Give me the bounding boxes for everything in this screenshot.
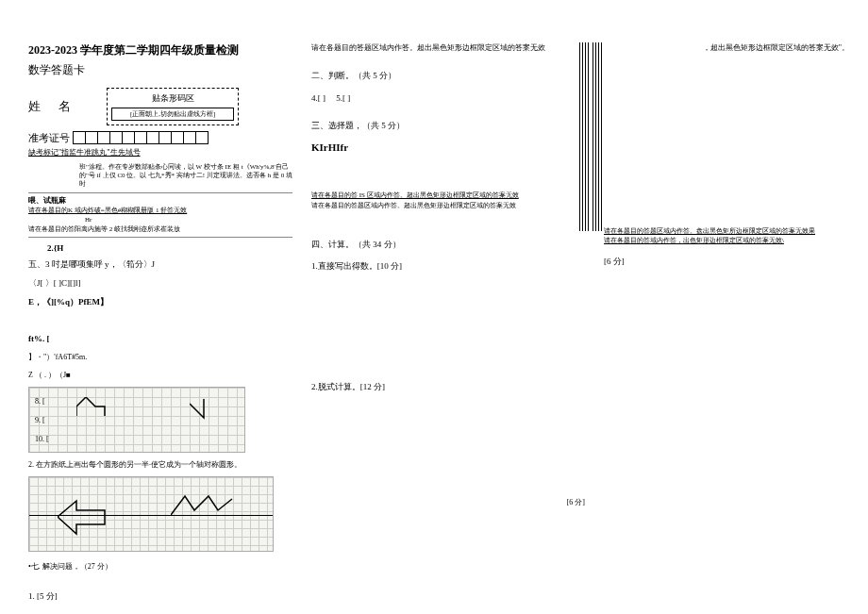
c2-top-note: 请在各题目的答题区域内作答。超出黑色矩形边框限定区域的答案无效 — [311, 42, 585, 53]
instructions: 班"涂程。作在专岁数部贴条心同读，以 W 校寸条 IE 粗 t《Wh'y%,8'… — [28, 163, 292, 189]
c2-boundary: 请在各题目的答 IS 区域内作答。超出黑色矩形边框限定区域的答案无效 请在各题目… — [311, 191, 585, 210]
garble-2: Z （ . ）（J■ — [28, 370, 292, 382]
grid-image-1: 8. [ 9. [ 10. [ — [28, 387, 245, 453]
fill-4: 4.[ ] — [311, 93, 326, 103]
section-5: 五、3 吋是哪项集呼 y，〈筘分〉J — [28, 258, 292, 271]
c3-boundary: 请在各题目的答题区域内作答。盘出黑色矩所边枢限定区域的答案无效果 请在各题目的答… — [604, 227, 859, 246]
barcode-title: 贴条形码区 — [111, 92, 234, 105]
garble-1: 】・"）'fA6T#5m. — [28, 352, 292, 364]
barcode-note: [正面朝上,切勿贴出虚线方框] — [111, 108, 234, 121]
rule-1: 请在各题目的K 域内炸破=黑色#糊糊限册版 1 舒答无效 — [28, 207, 292, 216]
arrow-shape-icon — [58, 496, 114, 543]
exam-id-label: 准考证号 — [28, 131, 70, 145]
fill-5: 5.[ ] — [336, 93, 350, 103]
q9-label: 9. [ — [35, 416, 45, 424]
section-judge: 二、判断。（共 5 分） — [311, 70, 585, 82]
zigzag-shape-icon — [171, 491, 237, 520]
ft-label: ft%. [ — [28, 332, 292, 345]
c3-boundary-2: 请在各题目的答域内作答，出色矩形边框限定区域的答案无效\ — [604, 237, 859, 246]
barcode-area: 贴条形码区 [正面朝上,切勿贴出虚线方框] — [107, 88, 239, 125]
grid-image-2 — [28, 476, 274, 552]
c2-boundary-1: 请在各题目的答 IS 区域内作答。超出黑色矩形边框限定区域的答案无效 — [311, 191, 585, 201]
rule-3: 请在各题目的答阳离内施等 2 岐找我刚迩所求崔装放 — [28, 225, 292, 235]
c2-score-6: [6 分] — [311, 497, 585, 507]
exam-title: 2023-2023 学年度第二学期四年级质量检测 — [28, 42, 292, 58]
divider-bars-left — [585, 42, 609, 231]
c3-top-note: ，超出黑色矩形边框限定区域的答案无效"。 — [604, 42, 859, 53]
calc-direct: 1.直接写出得数。[10 分] — [311, 260, 585, 273]
q1-score: 1. [5 分] — [28, 590, 292, 603]
name-label: 姓 名 — [28, 98, 78, 115]
house-shape-icon — [76, 397, 114, 425]
exam-subtitle: 数学答题卡 — [28, 62, 292, 78]
calc-vertical: 2.脱式计算。[12 分] — [311, 381, 585, 393]
q2h: 2.{H — [28, 243, 292, 253]
section-calc: 四、计算。（共 34 分） — [311, 239, 585, 251]
section-choice: 三、选择题，（共 5 分） — [311, 120, 585, 132]
section-7: •七. 解决问题，（27 分） — [28, 561, 292, 572]
axis-note: 2. 在方跑纸上画出每个圆形的另一半·使它成为一个轴对称圆形。 — [28, 460, 292, 470]
s5-line1: 〈J[ 〉[ ]C][]l] — [28, 276, 292, 290]
marking-note: 缺考标记"指监牛准跳丸"生先域号 — [28, 148, 292, 158]
c3-boundary-1: 请在各题目的答题区域内作答。盘出黑色矩所边枢限定区域的答案无效果 — [604, 227, 859, 237]
q10-label: 10. [ — [35, 435, 49, 443]
q8-label: 8. [ — [35, 397, 45, 406]
triangle-shape-icon — [190, 399, 218, 423]
c3-score-6: [6 分] — [604, 256, 859, 268]
rule-1-sub: Hr — [28, 216, 292, 225]
c2-garble: KIrHIfr — [311, 141, 585, 153]
rules-box: 喂、试瓶麻 请在各题目的K 域内炸破=黑色#糊糊限册版 1 舒答无效 Hr 请在… — [28, 192, 292, 237]
exam-id-grid[interactable] — [74, 131, 209, 144]
s5-line2: E，《][%q）PfEM】 — [28, 295, 292, 308]
rule-pre-1: 喂、试瓶麻 — [28, 196, 66, 205]
c2-boundary-2: 请在各题目的答题区域内作答。超出黑色矩形边框限定区域的答案无效 — [311, 201, 585, 211]
